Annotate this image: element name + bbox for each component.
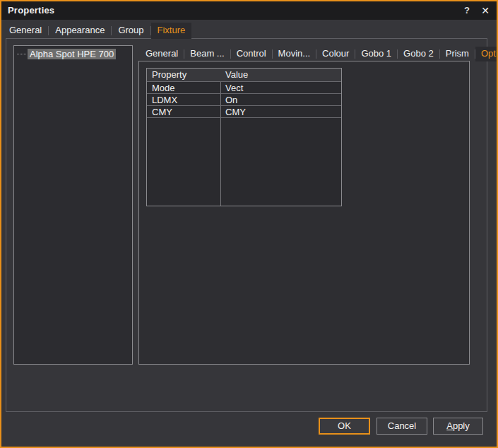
value-cell: CMY	[220, 106, 341, 117]
tab-fixture[interactable]: Fixture	[151, 23, 192, 39]
column-header-value[interactable]: Value	[220, 69, 341, 81]
table-row[interactable]: CMY CMY	[147, 106, 341, 118]
help-button[interactable]: ?	[458, 1, 476, 20]
fixture-tab-colour[interactable]: Colour	[316, 47, 355, 61]
fixture-tab-control[interactable]: Control	[231, 47, 272, 61]
value-cell: On	[220, 94, 341, 105]
cancel-button[interactable]: Cancel	[377, 418, 427, 435]
close-icon[interactable]: ✕	[476, 1, 494, 20]
fixture-tab-moving[interactable]: Movin...	[273, 47, 316, 61]
property-cell: CMY	[147, 106, 220, 117]
fixture-tab-gobo1[interactable]: Gobo 1	[355, 47, 397, 61]
ok-button[interactable]: OK	[319, 418, 370, 435]
fixture-tab-prism[interactable]: Prism	[440, 47, 475, 61]
options-tab-panel: Property Value Mode Vect LDMX On CMY CMY	[138, 61, 470, 365]
apply-label-rest: pply	[453, 420, 470, 431]
column-header-property[interactable]: Property	[147, 69, 220, 81]
property-cell: Mode	[147, 82, 220, 93]
title-bar[interactable]: Properties ? ✕	[1, 1, 497, 20]
table-row[interactable]: LDMX On	[147, 94, 341, 106]
tab-group[interactable]: Group	[112, 23, 150, 38]
table-row[interactable]: Mode Vect	[147, 82, 341, 94]
window-title: Properties	[8, 1, 54, 20]
tree-item-label: Alpha Spot HPE 700	[28, 49, 116, 59]
properties-table[interactable]: Property Value Mode Vect LDMX On CMY CMY	[146, 68, 342, 206]
tree-item-alpha-spot-hpe-700[interactable]: Alpha Spot HPE 700	[17, 48, 116, 59]
value-cell: Vect	[220, 82, 341, 93]
dialog-tab-bar: General Appearance Group Fixture	[3, 23, 191, 38]
apply-mnemonic: A	[446, 420, 453, 431]
tab-general[interactable]: General	[3, 23, 48, 38]
table-header-row: Property Value	[147, 69, 341, 82]
property-cell: LDMX	[147, 94, 220, 105]
fixture-tab-options[interactable]: Options	[475, 47, 498, 61]
properties-dialog: Properties ? ✕ General Appearance Group …	[0, 0, 498, 448]
fixture-tab-beam[interactable]: Beam ...	[184, 47, 230, 61]
fixture-tab-bar: General Beam ... Control Movin... Colour…	[140, 47, 498, 61]
fixture-tree[interactable]: Alpha Spot HPE 700	[13, 45, 133, 365]
tab-appearance[interactable]: Appearance	[49, 23, 111, 38]
fixture-tab-general[interactable]: General	[140, 47, 184, 61]
tree-branch-line	[17, 54, 26, 54]
fixture-tab-gobo2[interactable]: Gobo 2	[398, 47, 439, 61]
apply-button[interactable]: Apply	[433, 418, 483, 435]
